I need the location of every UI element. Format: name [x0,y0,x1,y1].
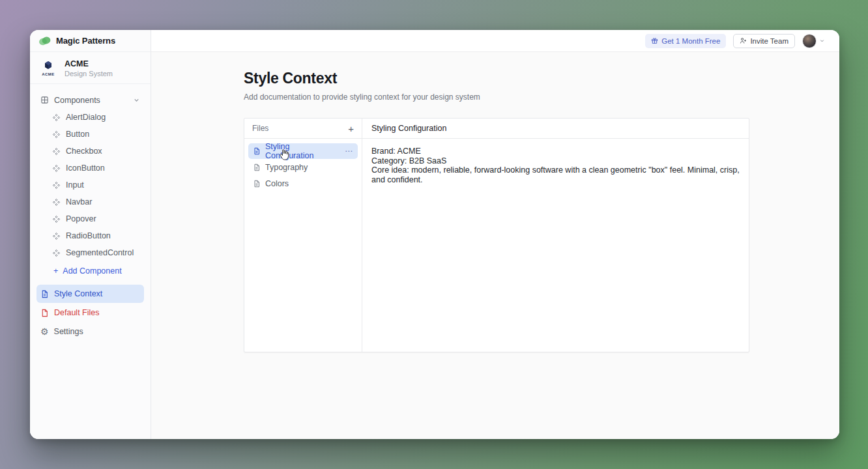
get-month-free-label: Get 1 Month Free [661,37,720,45]
sidebar-nav: Components AlertDialog Button Checkbox I… [30,84,151,281]
invite-team-label: Invite Team [750,37,788,45]
component-icon [52,198,61,206]
component-label: Popover [66,214,96,223]
sidebar-item-components[interactable]: Components [36,91,144,109]
settings-label: Settings [54,327,83,336]
file-item-styling-configuration[interactable]: Styling Configuration ⋯ [248,143,358,159]
workspace-logo-icon: ACME [38,61,58,76]
plus-icon: + [53,266,58,276]
component-label: Input [66,180,84,190]
component-label: RadioButton [66,231,111,240]
sidebar-item-style-context[interactable]: Style Context [36,285,144,303]
component-icon [52,215,61,223]
chevron-down-icon [133,96,140,104]
component-label: AlertDialog [66,113,106,122]
main-area: Get 1 Month Free Invite Team Style Conte… [151,30,839,439]
workspace-subtitle: Design System [65,70,113,78]
component-icon [52,181,61,190]
file-name: Styling Configuration [265,142,340,160]
person-plus-icon [740,37,747,44]
page-title: Style Context [244,70,839,87]
file-name: Typography [265,163,308,172]
brand-name: Magic Patterns [56,36,115,46]
sidebar: Magic Patterns ACME ACME Design System [30,30,151,439]
brand-logo-row[interactable]: Magic Patterns [30,30,151,52]
account-menu[interactable] [802,34,825,48]
files-list: Styling Configuration ⋯ Typography [244,139,362,197]
page-content: Style Context Add documentation to provi… [151,52,839,439]
page-subtitle: Add documentation to provide styling con… [244,92,839,102]
add-component-button[interactable]: + Add Component [36,261,144,281]
sidebar-item-button[interactable]: Button [36,126,144,143]
invite-team-button[interactable]: Invite Team [733,34,795,48]
add-file-button[interactable]: + [348,124,354,134]
sidebar-item-input[interactable]: Input [36,177,144,193]
component-label: Navbar [66,197,92,206]
sidebar-item-popover[interactable]: Popover [36,210,144,227]
sidebar-item-iconbutton[interactable]: IconButton [36,160,144,177]
component-icon [52,147,61,156]
gift-icon [651,37,658,44]
style-context-label: Style Context [54,289,102,298]
workspace-logo-text: ACME [42,72,54,76]
file-detail-column: Styling Configuration Brand: ACME Catego… [362,119,749,352]
component-icon [52,249,61,257]
get-month-free-button[interactable]: Get 1 Month Free [645,34,726,48]
sidebar-item-default-files[interactable]: Default Files [36,304,144,322]
app-window: Magic Patterns ACME ACME Design System [30,30,839,439]
files-header: Files + [244,119,362,139]
detail-title: Styling Configuration [362,119,749,139]
component-icon [52,130,61,139]
component-label: SegmentedControl [66,248,134,257]
sidebar-item-alertdialog[interactable]: AlertDialog [36,109,144,126]
detail-line-core-idea: Core idea: modern, reliable, forward-loo… [371,165,740,184]
file-item-colors[interactable]: Colors [248,176,358,192]
file-options-button[interactable]: ⋯ [345,147,353,155]
gear-icon: ⚙ [40,327,49,336]
add-component-label: Add Component [63,266,121,276]
magic-patterns-logo-icon [38,36,51,46]
document-icon [253,163,261,171]
file-name: Colors [265,179,289,188]
sidebar-nav-bottom: Style Context Default Files ⚙ Settings [30,281,151,345]
files-title: Files [252,124,268,133]
component-label: Checkbox [66,147,102,156]
sidebar-item-settings[interactable]: ⚙ Settings [36,322,144,341]
chevron-down-icon [819,38,825,44]
file-alert-icon [40,309,49,317]
detail-body[interactable]: Brand: ACME Category: B2B SaaS Core idea… [362,139,749,192]
grid-icon [40,96,49,104]
sidebar-item-radiobutton[interactable]: RadioButton [36,227,144,244]
file-item-typography[interactable]: Typography [248,160,358,175]
component-icon [52,113,61,122]
document-icon [40,290,49,298]
default-files-label: Default Files [54,308,99,317]
files-column: Files + Styling Configuration ⋯ [244,119,362,352]
component-icon [52,164,61,173]
topbar: Get 1 Month Free Invite Team [151,30,839,52]
document-icon [253,180,261,188]
components-header-label: Components [54,96,100,105]
sidebar-item-navbar[interactable]: Navbar [36,193,144,210]
sidebar-item-segmentedcontrol[interactable]: SegmentedControl [36,244,144,261]
detail-line-brand: Brand: ACME [371,147,740,156]
component-label: IconButton [66,163,105,173]
workspace-name: ACME [65,59,113,68]
component-icon [52,232,61,240]
document-icon [253,147,261,155]
detail-line-category: Category: B2B SaaS [371,156,740,166]
style-context-panel: Files + Styling Configuration ⋯ [244,118,749,352]
workspace-switcher[interactable]: ACME ACME Design System [30,52,151,84]
sidebar-item-checkbox[interactable]: Checkbox [36,143,144,160]
component-label: Button [66,130,89,139]
avatar [802,34,817,48]
